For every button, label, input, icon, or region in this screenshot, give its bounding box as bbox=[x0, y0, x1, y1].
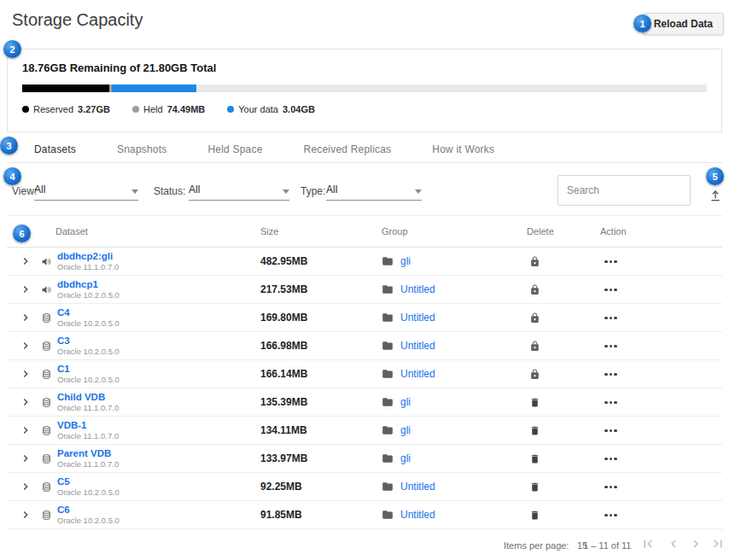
delete-cell bbox=[529, 501, 540, 528]
trash-icon bbox=[529, 425, 540, 436]
type-select-value: All bbox=[326, 184, 337, 195]
dataset-type-cell bbox=[41, 501, 52, 528]
group-name-link[interactable]: Untitled bbox=[400, 340, 435, 352]
group-name-link[interactable]: Untitled bbox=[400, 368, 435, 380]
more-horizontal-icon bbox=[604, 429, 617, 433]
group-cell: Untitled bbox=[382, 332, 435, 359]
dataset-subtitle: Oracle 10.2.0.5.0 bbox=[57, 290, 120, 300]
row-actions-button[interactable] bbox=[604, 400, 617, 404]
action-cell bbox=[604, 304, 617, 331]
last-page-button[interactable] bbox=[710, 536, 726, 551]
tab-held-space[interactable]: Held Space bbox=[207, 143, 262, 155]
expand-row-button[interactable] bbox=[15, 417, 36, 444]
row-actions-button[interactable] bbox=[604, 457, 617, 460]
row-actions-button[interactable] bbox=[604, 344, 617, 347]
dataset-name-link[interactable]: C1 bbox=[57, 364, 120, 375]
view-select[interactable]: All bbox=[34, 177, 138, 201]
previous-page-button[interactable] bbox=[666, 536, 681, 551]
dsource-icon bbox=[41, 256, 52, 267]
group-cell: Untitled bbox=[382, 304, 435, 331]
trash-icon bbox=[529, 481, 540, 493]
legend-value: 3.04GB bbox=[283, 104, 315, 114]
your-data-dot-icon bbox=[227, 106, 234, 113]
group-name-link[interactable]: gli bbox=[400, 396, 411, 408]
tab-datasets[interactable]: Datasets bbox=[34, 143, 76, 155]
dataset-name-link[interactable]: Child VDB bbox=[57, 392, 119, 403]
vdb-icon bbox=[41, 453, 52, 464]
more-horizontal-icon bbox=[604, 401, 617, 405]
row-actions-button[interactable] bbox=[604, 260, 617, 263]
expand-row-button[interactable] bbox=[15, 332, 36, 359]
delete-button[interactable] bbox=[529, 425, 540, 436]
export-button[interactable] bbox=[707, 187, 724, 204]
row-actions-button[interactable] bbox=[604, 513, 617, 516]
first-page-button[interactable] bbox=[640, 536, 656, 551]
vdb-icon bbox=[41, 369, 52, 380]
dataset-name-link[interactable]: Parent VDB bbox=[57, 448, 119, 459]
next-page-button[interactable] bbox=[688, 536, 703, 551]
delete-button[interactable] bbox=[529, 453, 540, 464]
dataset-name-link[interactable]: C6 bbox=[57, 505, 120, 516]
dataset-subtitle: Oracle 11.1.0.7.0 bbox=[57, 431, 119, 440]
group-name-link[interactable]: Untitled bbox=[400, 481, 435, 493]
search-input[interactable] bbox=[557, 175, 691, 206]
size-cell: 134.11MB bbox=[260, 417, 307, 444]
more-horizontal-icon bbox=[604, 260, 617, 264]
dataset-type-cell bbox=[41, 388, 52, 416]
group-cell: Untitled bbox=[382, 276, 435, 303]
group-name-link[interactable]: Untitled bbox=[400, 509, 435, 521]
delete-cell bbox=[529, 473, 540, 500]
tab-snapshots[interactable]: Snapshots bbox=[117, 143, 167, 155]
group-name-link[interactable]: gli bbox=[400, 255, 411, 267]
dataset-name-link[interactable]: C5 bbox=[57, 476, 120, 487]
row-actions-button[interactable] bbox=[604, 372, 617, 376]
table-row: Child VDB Oracle 11.1.0.7.0 135.39MB gli bbox=[7, 388, 722, 417]
row-actions-button[interactable] bbox=[604, 429, 617, 432]
group-name-link[interactable]: gli bbox=[400, 452, 411, 464]
type-select[interactable]: All bbox=[326, 177, 422, 201]
delete-button[interactable] bbox=[529, 397, 540, 408]
group-name-link[interactable]: gli bbox=[400, 424, 411, 436]
expand-row-button[interactable] bbox=[15, 304, 36, 331]
filter-bar: View: All Status: All Type: All bbox=[7, 163, 722, 216]
expand-row-button[interactable] bbox=[15, 248, 36, 275]
expand-row-button[interactable] bbox=[15, 360, 36, 388]
action-cell bbox=[604, 276, 617, 303]
action-cell bbox=[604, 360, 617, 388]
group-name-link[interactable]: Untitled bbox=[400, 283, 435, 295]
chevron-right-icon bbox=[19, 423, 32, 437]
tab-how-it-works[interactable]: How it Works bbox=[432, 143, 494, 155]
expand-row-button[interactable] bbox=[15, 473, 36, 500]
dataset-type-cell bbox=[41, 332, 52, 359]
dataset-name-link[interactable]: C4 bbox=[57, 307, 120, 318]
delete-button[interactable] bbox=[529, 481, 540, 493]
dsource-icon bbox=[41, 284, 52, 295]
size-cell: 217.53MB bbox=[260, 276, 307, 303]
expand-row-button[interactable] bbox=[15, 445, 36, 472]
expand-row-button[interactable] bbox=[15, 276, 36, 303]
row-actions-button[interactable] bbox=[604, 485, 617, 488]
tab-received-replicas[interactable]: Received Replicas bbox=[304, 143, 392, 155]
reload-data-button[interactable]: Reload Data bbox=[643, 13, 724, 35]
size-cell: 166.14MB bbox=[260, 360, 307, 388]
delete-button[interactable] bbox=[529, 510, 540, 521]
dataset-cell: dbdhcp2:gli Oracle 11.1.0.7.0 bbox=[57, 248, 119, 275]
status-select[interactable]: All bbox=[189, 177, 289, 201]
expand-row-button[interactable] bbox=[15, 388, 36, 416]
callout-badge-6: 6 bbox=[13, 225, 31, 242]
vdb-icon bbox=[41, 341, 52, 352]
dataset-name-link[interactable]: dbdhcp1 bbox=[57, 279, 120, 290]
group-cell: Untitled bbox=[382, 360, 435, 388]
expand-row-button[interactable] bbox=[15, 501, 36, 528]
dataset-name-link[interactable]: C3 bbox=[57, 335, 120, 347]
group-name-link[interactable]: Untitled bbox=[400, 312, 435, 324]
items-per-page-label: Items per page: bbox=[504, 540, 569, 551]
row-actions-button[interactable] bbox=[604, 316, 617, 319]
dataset-subtitle: Oracle 10.2.0.5.0 bbox=[57, 318, 120, 328]
held-dot-icon bbox=[132, 106, 139, 113]
dataset-name-link[interactable]: dbdhcp2:gli bbox=[57, 251, 119, 262]
chevron-right-icon bbox=[19, 311, 32, 324]
row-actions-button[interactable] bbox=[604, 288, 617, 291]
dataset-name-link[interactable]: VDB-1 bbox=[57, 420, 119, 431]
chevron-right-icon bbox=[19, 480, 32, 493]
